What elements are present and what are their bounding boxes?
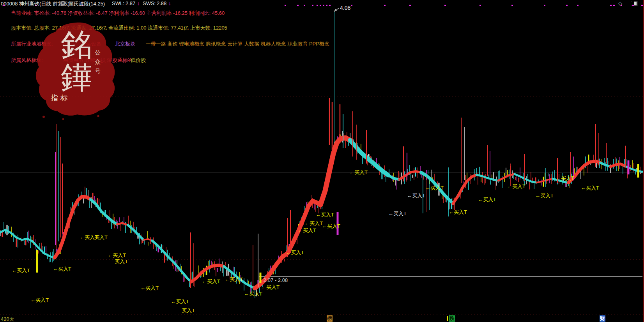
split-panel-icon[interactable] bbox=[631, 1, 637, 6]
buy-signal-label: ←买入T bbox=[304, 221, 323, 226]
price-line-layer bbox=[0, 170, 643, 174]
style-tags-red[interactable]: 融资融券 连续亏损 深股通标的 bbox=[64, 57, 132, 64]
bottom-tab-fall[interactable]: 跌 bbox=[449, 315, 455, 322]
buy-signal-label: ←买入T bbox=[478, 197, 496, 202]
industry-label: 所属行业地域概念: bbox=[11, 40, 53, 48]
region-tag[interactable]: 北京板块 bbox=[115, 40, 135, 48]
concept-tags[interactable]: 一带一路 高铁 锂电池概念 腾讯概念 云计算 大数据 机器人概念 职业教育 PP… bbox=[146, 40, 329, 48]
buy-signal-label: ←买入T bbox=[349, 170, 368, 175]
stock-title[interactable]: 000008 神州高铁(日线.前复权) bbox=[1, 0, 69, 7]
buy-signal-label: ←买入T bbox=[202, 279, 220, 284]
bottom-tab-finance[interactable]: 财 bbox=[600, 315, 605, 322]
buy-signal-label: ←买入T bbox=[322, 223, 340, 229]
buy-signal-label: ←买入T bbox=[425, 185, 444, 191]
buy-signal-label: ←买入T bbox=[449, 209, 467, 215]
buy-signal-label: ←买入T bbox=[53, 266, 71, 272]
buy-signal-label: ←买入T bbox=[286, 250, 304, 255]
performance-line: 当前业绩: 市盈率: -40.76 净资收益率: -6.47 净利润率 -16.… bbox=[11, 10, 225, 17]
sws-down-arrow-icon: ↓ bbox=[168, 0, 171, 6]
low-price-annotation: 2.07 - 2.08 bbox=[264, 277, 288, 283]
annotation-layer bbox=[334, 8, 339, 11]
buy-signal-label: ←买入T bbox=[225, 277, 243, 282]
bottom-tab-rank[interactable]: 榜 bbox=[327, 315, 333, 322]
swl-down-arrow-icon: ↓ bbox=[137, 0, 140, 6]
buy-signal-label: ←买入T bbox=[316, 212, 334, 218]
buy-signal-label: ←买入T bbox=[507, 184, 525, 189]
buy-signal-label: 买入T bbox=[94, 235, 108, 240]
buy-signal-label: ←买入T bbox=[171, 299, 189, 304]
industry-tag[interactable]: 交运设备 bbox=[81, 40, 101, 48]
buy-signal-label: ←买入T bbox=[108, 253, 126, 258]
buy-signal-label: ←买入T bbox=[388, 211, 407, 216]
capital-line: 股本市值: 总股本: 27.16亿 流通盘: 27.16亿 全流通比例: 1.0… bbox=[11, 25, 227, 32]
buy-signal-label: 买入T bbox=[115, 259, 128, 264]
buy-signal-label: ←买入T bbox=[140, 285, 159, 291]
trading-terminal-window: { "title_bar": { "stock_title": "000008 … bbox=[0, 0, 644, 322]
sws-value: 2.88 bbox=[157, 0, 166, 6]
buy-signal-label: ←买入T bbox=[535, 193, 554, 199]
chevron-down-icon[interactable]: ∨ bbox=[60, 1, 65, 6]
spike-candles-layer bbox=[37, 12, 638, 289]
swl-label: SWL: bbox=[112, 0, 124, 6]
title-bar: 000008 神州高铁(日线.前复权) ∨ 颜氏波段(14,25) SWL: 2… bbox=[0, 0, 644, 7]
buy-signal-label: ←买入T bbox=[30, 297, 49, 303]
buy-signal-label: ←买入T bbox=[298, 228, 316, 233]
buy-signal-label: ←买入T bbox=[581, 185, 599, 191]
indicator-title[interactable]: 颜氏波段(14,25) bbox=[69, 0, 105, 7]
bottom-cursor-mark bbox=[447, 316, 448, 321]
swl-value: 2.87 bbox=[126, 0, 135, 6]
sws-label: SWS: bbox=[143, 0, 156, 6]
candlestick-chart[interactable] bbox=[0, 0, 644, 322]
buy-signal-label: 买入T bbox=[182, 308, 195, 313]
days-count-label: 420天 bbox=[1, 316, 14, 322]
style-label: 所属风格板块: bbox=[11, 57, 43, 64]
diamond-icon[interactable]: ◇ bbox=[618, 0, 622, 6]
buy-signal-label: ←买入T bbox=[261, 285, 280, 290]
buy-signal-label: ←买入T bbox=[407, 193, 425, 199]
buy-signal-label: ←买入T bbox=[12, 268, 30, 273]
buy-signal-label: ←买入T bbox=[244, 291, 262, 297]
buy-signal-label: ←买入T bbox=[556, 176, 574, 181]
style-tag-lowprice[interactable]: 低价股 bbox=[131, 57, 146, 64]
